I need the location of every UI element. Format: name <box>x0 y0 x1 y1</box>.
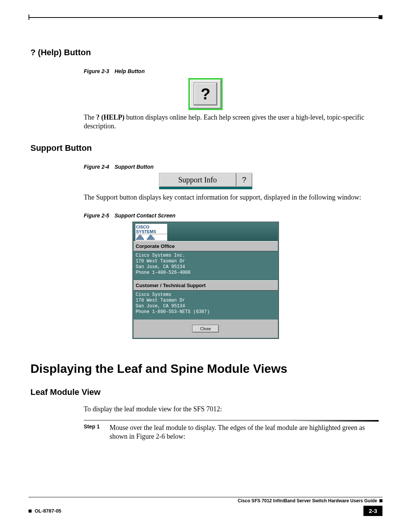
footer-square-icon <box>379 499 382 502</box>
figure-title: Support Contact Screen <box>115 212 175 219</box>
help-text-bold: ? (HELP) <box>96 113 124 121</box>
footer-square-icon <box>29 510 32 513</box>
footer-guide-title: Cisco SFS 7012 InfiniBand Server Switch … <box>238 498 377 503</box>
footer-page-number: 2-3 <box>363 506 382 516</box>
support-help-icon: ? <box>236 173 252 187</box>
technical-support-header: Customer / Technical Support <box>134 280 278 291</box>
help-text-suffix: button displays online help. Each help s… <box>84 113 364 130</box>
heading-support-button: Support Button <box>30 143 382 153</box>
section-title: Displaying the Leaf and Spine Module Vie… <box>30 362 382 376</box>
figure-number: Figure 2-3 <box>84 68 115 74</box>
close-button[interactable]: Close <box>192 325 219 332</box>
footer-doc-number: OL-8787-05 <box>35 508 61 514</box>
support-contact-window: Cisco Systems Corporate Office Cisco Sys… <box>132 222 279 339</box>
support-info-button: Support Info <box>159 173 236 187</box>
corporate-office-header: Corporate Office <box>134 241 278 251</box>
figure-2-3-caption: Figure 2-3Help Button <box>84 68 382 74</box>
figure-title: Support Button <box>115 164 154 170</box>
heading-leaf-module-view: Leaf Module View <box>30 387 382 397</box>
figure-2-5-caption: Figure 2-5Support Contact Screen <box>84 212 382 219</box>
help-description: The ? (HELP) button displays online help… <box>84 113 379 130</box>
support-button-figure: Support Info ? <box>159 173 252 189</box>
figure-number: Figure 2-5 <box>84 212 115 219</box>
cisco-logo-icon <box>135 234 167 241</box>
support-window-header: Cisco Systems <box>134 223 278 241</box>
step-divider <box>84 420 379 420</box>
step-1-row: Step 1 Mouse over the leaf module to dis… <box>84 423 382 441</box>
support-description: The Support button displays key contact … <box>84 193 379 202</box>
page-footer: Cisco SFS 7012 InfiniBand Server Switch … <box>29 497 382 516</box>
step-1-text: Mouse over the leaf module to display. T… <box>110 423 382 441</box>
cisco-logo-text: Cisco Systems <box>135 224 167 234</box>
figure-2-4-caption: Figure 2-4Support Button <box>84 164 382 170</box>
figure-number: Figure 2-4 <box>84 164 115 170</box>
corporate-office-body: Cisco Systems Inc. 170 West Tasman Dr Sa… <box>134 251 278 280</box>
help-button-figure: ? <box>188 78 223 110</box>
leaf-intro-text: To display the leaf module view for the … <box>84 405 379 414</box>
step-1-label: Step 1 <box>84 423 103 441</box>
figure-title: Help Button <box>115 68 145 74</box>
technical-support-body: Cisco Systems 170 West Tasman Dr San Jos… <box>134 291 278 320</box>
help-icon: ? <box>194 83 217 105</box>
support-window-footer: Close <box>134 320 278 338</box>
help-text-prefix: The <box>84 113 96 121</box>
heading-help-button: ? (Help) Button <box>30 48 382 58</box>
